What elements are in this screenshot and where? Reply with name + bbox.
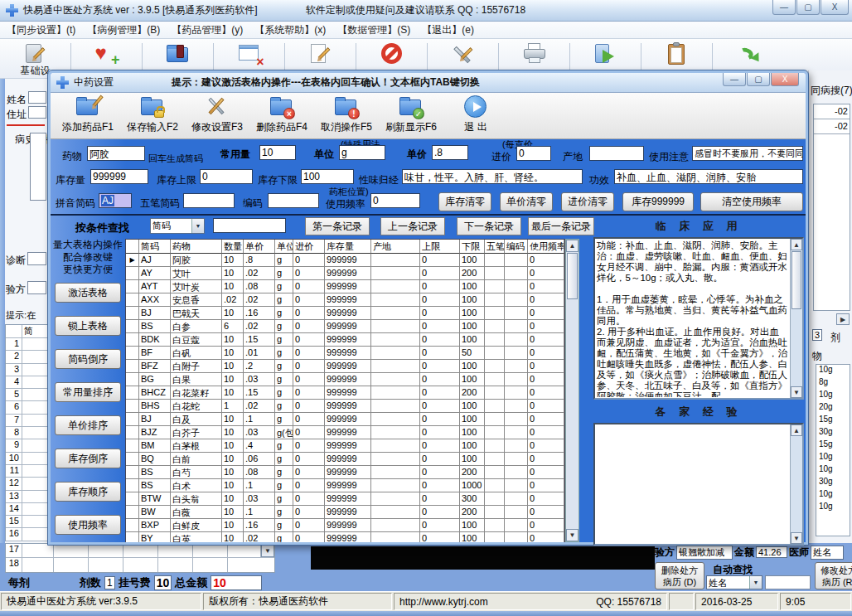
table-cell[interactable]: 0 — [293, 347, 325, 360]
table-cell[interactable]: 999999 — [325, 267, 371, 280]
dose-item[interactable]: 10g — [816, 489, 850, 502]
table-cell[interactable]: g — [275, 466, 293, 479]
table-cell[interactable]: .03 — [244, 492, 275, 506]
grid-cell[interactable] — [22, 338, 47, 350]
table-cell[interactable]: 0 — [420, 400, 460, 413]
history-field[interactable] — [30, 133, 46, 201]
table-cell[interactable]: 白豆蔻 — [171, 333, 222, 347]
table-cell[interactable] — [371, 360, 420, 373]
table-cell[interactable]: 0 — [420, 532, 460, 542]
table-cell[interactable]: 50 — [460, 347, 485, 360]
price-sort-button[interactable]: 单价排序 — [55, 415, 121, 435]
table-cell[interactable] — [505, 400, 528, 413]
column-header[interactable]: 产地 — [371, 240, 420, 254]
common-qty-field[interactable]: 10 — [259, 145, 296, 160]
table-cell[interactable]: g — [275, 307, 293, 320]
table-cell[interactable]: 999999 — [325, 519, 371, 532]
table-cell[interactable] — [485, 466, 505, 479]
formula-name-value[interactable]: 银翘散加减 — [676, 546, 733, 560]
table-cell[interactable]: 0 — [528, 280, 564, 293]
search-input[interactable] — [213, 218, 286, 233]
table-cell[interactable]: g — [275, 254, 293, 267]
table-cell[interactable] — [485, 506, 505, 519]
table-cell[interactable] — [505, 293, 528, 307]
scrollbar-thumb[interactable] — [791, 251, 801, 309]
table-cell[interactable]: 0 — [420, 439, 460, 453]
table-cell[interactable]: 999999 — [325, 307, 371, 320]
table-cell[interactable] — [485, 280, 505, 293]
table-cell[interactable]: .02 — [244, 400, 275, 413]
table-cell[interactable]: .03 — [244, 426, 275, 439]
scroll-down-icon[interactable]: ▼ — [566, 529, 578, 541]
grid-row[interactable]: 15 — [6, 516, 47, 528]
table-cell[interactable] — [485, 426, 505, 439]
table-cell[interactable] — [505, 426, 528, 439]
stock-field[interactable]: 999999 — [90, 169, 148, 184]
table-cell[interactable] — [485, 492, 505, 506]
table-cell[interactable]: 100 — [460, 439, 485, 453]
table-cell[interactable]: 0 — [293, 280, 325, 293]
table-cell[interactable]: 0 — [420, 360, 460, 373]
table-cell[interactable]: 100 — [460, 426, 485, 439]
table-cell[interactable]: .1 — [244, 413, 275, 426]
table-cell[interactable]: 0 — [420, 413, 460, 426]
minimize-button[interactable]: — — [772, 0, 796, 15]
table-cell[interactable]: 白芍 — [171, 466, 222, 479]
table-cell[interactable]: 100 — [460, 360, 485, 373]
activate-table-button[interactable]: 激活表格 — [55, 283, 121, 303]
table-cell[interactable]: 0 — [293, 506, 325, 519]
table-cell[interactable]: g — [275, 506, 293, 519]
column-header[interactable]: 使用频率 — [528, 240, 564, 254]
table-cell[interactable]: BHS — [139, 400, 171, 413]
table-cell[interactable]: 10 — [222, 479, 244, 492]
table-cell[interactable]: 999999 — [325, 280, 371, 293]
table-cell[interactable] — [505, 386, 528, 400]
grid-row[interactable]: 13 — [6, 491, 47, 503]
table-cell[interactable]: 0 — [293, 426, 325, 439]
table-cell[interactable] — [485, 453, 505, 466]
table-cell[interactable]: 0 — [528, 373, 564, 386]
table-cell[interactable]: 0 — [420, 426, 460, 439]
table-row[interactable]: BXP白鲜皮10.16g099999901000 — [126, 519, 564, 532]
table-cell[interactable]: 100 — [460, 373, 485, 386]
table-cell[interactable]: g — [275, 320, 293, 333]
table-cell[interactable]: 0 — [293, 293, 325, 307]
table-cell[interactable]: 100 — [460, 320, 485, 333]
table-cell[interactable]: g — [275, 386, 293, 400]
modify-record-button[interactable]: 修改处方 病历 (R) — [815, 562, 852, 589]
table-cell[interactable]: .8 — [244, 254, 275, 267]
dose-item[interactable]: 10g — [816, 464, 850, 477]
table-cell[interactable]: .02 — [244, 293, 275, 307]
table-cell[interactable]: .2 — [244, 360, 275, 373]
row-selector[interactable] — [126, 320, 139, 333]
table-cell[interactable]: g — [275, 347, 293, 360]
stock-desc-button[interactable]: 库存倒序 — [55, 449, 121, 468]
table-cell[interactable] — [371, 254, 420, 267]
grid-row[interactable]: 4 — [6, 376, 47, 389]
taste-meridian-field[interactable]: 味甘，性平。入肺、肝、肾经。 — [402, 169, 583, 184]
grid-row[interactable]: 10 — [6, 453, 47, 465]
grid-row[interactable]: 9 — [6, 439, 47, 452]
last-record-button[interactable]: 最后一条记录 — [528, 217, 594, 235]
table-cell[interactable]: .15 — [244, 386, 275, 400]
exit-button[interactable]: 退 出 — [443, 93, 508, 138]
row-selector[interactable] — [126, 532, 139, 542]
table-cell[interactable] — [505, 333, 528, 347]
table-cell[interactable]: 白前 — [171, 453, 222, 466]
stock-zero-button[interactable]: 库存清零 — [438, 192, 491, 211]
clinical-text-box[interactable]: 功能：补血、止血、滋阴、润肺、安胎。主治：血虚、虚劳咳嗽、吐血、衄血、便血、妇女… — [593, 237, 804, 400]
table-cell[interactable]: 999999 — [325, 453, 371, 466]
row-selector[interactable] — [126, 453, 139, 466]
table-cell[interactable] — [371, 400, 420, 413]
table-cell[interactable]: 0 — [528, 519, 564, 532]
drug-name-field[interactable]: 阿胶 — [87, 146, 145, 161]
table-cell[interactable]: 0 — [528, 479, 564, 492]
search-field-select[interactable]: 简码 ▼ — [150, 218, 205, 234]
table-cell[interactable] — [371, 267, 420, 280]
table-cell[interactable] — [371, 466, 420, 479]
dialog-minimize-button[interactable]: — — [723, 73, 746, 86]
table-cell[interactable] — [485, 254, 505, 267]
table-cell[interactable]: 10 — [222, 280, 244, 293]
table-cell[interactable] — [505, 373, 528, 386]
table-cell[interactable]: 白术 — [171, 479, 222, 492]
